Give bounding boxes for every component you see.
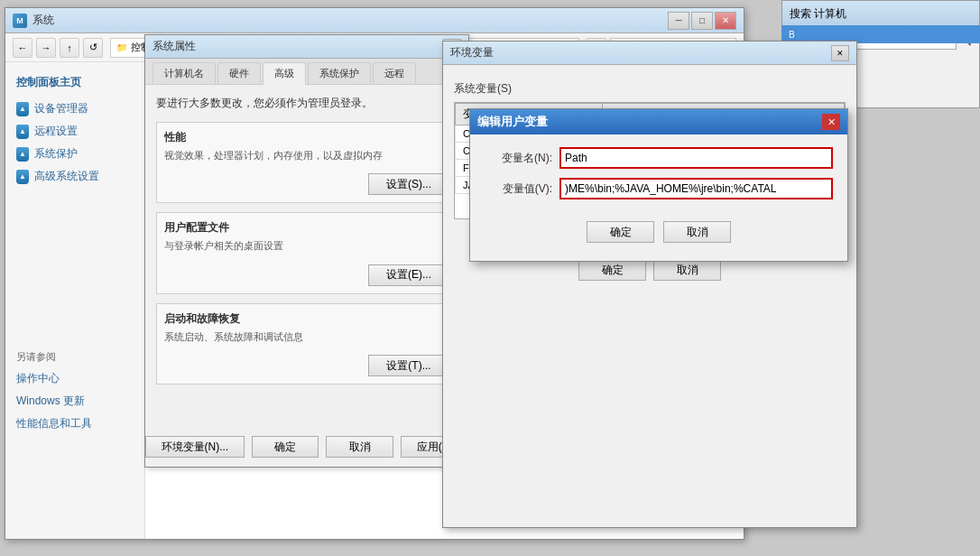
var-name-label: 变量名(N): — [485, 151, 552, 166]
var-value-label: 变量值(V): — [485, 181, 552, 197]
user-profile-settings-button[interactable]: 设置(E)... — [368, 264, 449, 286]
env-bottom-buttons: 确定 取消 — [454, 259, 846, 281]
edit-var-titlebar: 编辑用户变量 ✕ — [470, 109, 847, 134]
sys-props-title: 系统属性 — [153, 39, 196, 54]
bg-titlebar: 搜索 计算机 — [782, 1, 979, 26]
shield-icon-3: ▲ — [16, 147, 29, 162]
sidebar-label-advanced-settings: 高级系统设置 — [34, 169, 99, 184]
var-value-input[interactable] — [559, 178, 833, 199]
edit-var-cancel-button[interactable]: 取消 — [663, 221, 731, 243]
startup-settings-button[interactable]: 设置(T)... — [368, 355, 449, 376]
shield-icon-2: ▲ — [16, 125, 29, 139]
var-value-row: 变量值(V): — [485, 178, 833, 199]
user-profile-desc: 与登录帐户相关的桌面设置 — [164, 239, 449, 253]
shield-icon-4: ▲ — [16, 170, 29, 184]
window-icon: M — [13, 14, 27, 28]
user-profile-title: 用户配置文件 — [164, 220, 449, 236]
system-vars-title: 系统变量(S) — [454, 81, 846, 97]
env-vars-button[interactable]: 环境变量(N)... — [145, 436, 245, 458]
performance-title: 性能 — [164, 130, 449, 145]
performance-section: 性能 视觉效果，处理器计划，内存使用，以及虚拟内存 设置(S)... — [156, 122, 458, 203]
sidebar-item-remote-settings[interactable]: ▲ 远程设置 — [5, 120, 144, 143]
startup-section: 启动和故障恢复 系统启动、系统故障和调试信息 设置(T)... — [156, 303, 458, 385]
up-button[interactable]: ↑ — [60, 38, 79, 58]
sidebar-item-windows-update[interactable]: Windows 更新 — [5, 390, 144, 412]
sidebar-item-action-center[interactable]: 操作中心 — [5, 367, 144, 390]
maximize-button[interactable]: □ — [691, 12, 713, 30]
env-ok-button[interactable]: 确定 — [578, 259, 646, 281]
system-titlebar: M 系统 ─ □ ✕ — [5, 8, 744, 33]
refresh-button[interactable]: ↺ — [83, 38, 103, 58]
env-cancel-button[interactable]: 取消 — [653, 259, 721, 281]
env-dialog-buttons: ✕ — [831, 45, 849, 61]
user-vars-spacer — [454, 74, 846, 81]
edit-var-title: 编辑用户变量 — [477, 114, 548, 130]
sys-props-ok-button[interactable]: 确定 — [252, 436, 319, 458]
sidebar-label-device-manager: 设备管理器 — [34, 101, 88, 116]
user-profile-section: 用户配置文件 与登录帐户相关的桌面设置 设置(E)... — [156, 212, 458, 293]
sys-props-bottom-buttons: 环境变量(N)... 确定 取消 应用(A) — [145, 436, 468, 458]
shield-icon-1: ▲ — [16, 102, 29, 116]
accent-bar-text: B — [789, 30, 795, 40]
sidebar-item-device-manager[interactable]: ▲ 设备管理器 — [5, 97, 144, 120]
tab-system-protection[interactable]: 系统保护 — [308, 62, 371, 84]
windows-update-label: Windows 更新 — [16, 394, 85, 409]
minimize-button[interactable]: ─ — [668, 12, 689, 30]
env-dialog-title: 环境变量 — [450, 45, 494, 60]
also-section-title: 另请参阅 — [5, 343, 144, 367]
path-icon: 📁 — [116, 42, 127, 52]
forward-button[interactable]: → — [36, 38, 56, 58]
tab-advanced[interactable]: 高级 — [263, 62, 306, 85]
sys-props-tabs: 计算机名 硬件 高级 系统保护 远程 — [145, 59, 468, 85]
env-dialog-titlebar: 环境变量 ✕ — [443, 42, 856, 65]
sys-props-cancel-button[interactable]: 取消 — [326, 436, 393, 458]
var-name-input[interactable] — [559, 147, 833, 169]
performance-desc: 视觉效果，处理器计划，内存使用，以及虚拟内存 — [164, 149, 449, 162]
edit-var-close-button[interactable]: ✕ — [822, 114, 840, 130]
sidebar-label-remote-settings: 远程设置 — [34, 124, 78, 139]
titlebar-buttons: ─ □ ✕ — [668, 12, 736, 30]
edit-user-variable-dialog: 编辑用户变量 ✕ 变量名(N): 变量值(V): 确定 取消 — [469, 108, 848, 262]
bg-window-title: 搜索 计算机 — [790, 6, 846, 22]
tab-hardware[interactable]: 硬件 — [217, 62, 261, 84]
edit-var-buttons: 确定 取消 — [470, 221, 847, 243]
system-properties-dialog: 系统属性 ✕ 计算机名 硬件 高级 系统保护 远程 要进行大多数更改，您必须作为… — [144, 34, 469, 468]
sidebar: 控制面板主页 ▲ 设备管理器 ▲ 远程设置 ▲ 系统保护 ▲ 高级系统设置 另请… — [5, 62, 145, 539]
startup-desc: 系统启动、系统故障和调试信息 — [164, 330, 449, 344]
back-button[interactable]: ← — [13, 38, 32, 58]
performance-info-label: 性能信息和工具 — [16, 416, 92, 431]
sidebar-label-system-protection: 系统保护 — [34, 146, 78, 162]
env-dialog-close-button[interactable]: ✕ — [831, 45, 849, 61]
sidebar-title: 控制面板主页 — [5, 71, 144, 97]
close-button[interactable]: ✕ — [715, 12, 736, 30]
startup-title: 启动和故障恢复 — [164, 311, 449, 327]
tab-computer-name[interactable]: 计算机名 — [153, 62, 216, 84]
edit-var-body: 变量名(N): 变量值(V): — [470, 134, 847, 216]
sys-props-titlebar: 系统属性 ✕ — [145, 35, 468, 59]
sidebar-item-system-protection[interactable]: ▲ 系统保护 — [5, 143, 144, 165]
tab-remote[interactable]: 远程 — [373, 62, 416, 84]
admin-notice: 要进行大多数更改，您必须作为管理员登录。 — [156, 96, 458, 111]
var-name-row: 变量名(N): — [485, 147, 833, 169]
action-center-label: 操作中心 — [16, 371, 60, 386]
performance-settings-button[interactable]: 设置(S)... — [368, 173, 449, 195]
sidebar-item-performance-info[interactable]: 性能信息和工具 — [5, 412, 144, 435]
edit-var-ok-button[interactable]: 确定 — [587, 221, 654, 243]
titlebar-left: M 系统 — [13, 13, 54, 28]
sys-props-body: 要进行大多数更改，您必须作为管理员登录。 性能 视觉效果，处理器计划，内存使用，… — [145, 85, 468, 404]
window-title: 系统 — [32, 13, 54, 28]
sidebar-item-advanced-settings[interactable]: ▲ 高级系统设置 — [5, 165, 144, 188]
